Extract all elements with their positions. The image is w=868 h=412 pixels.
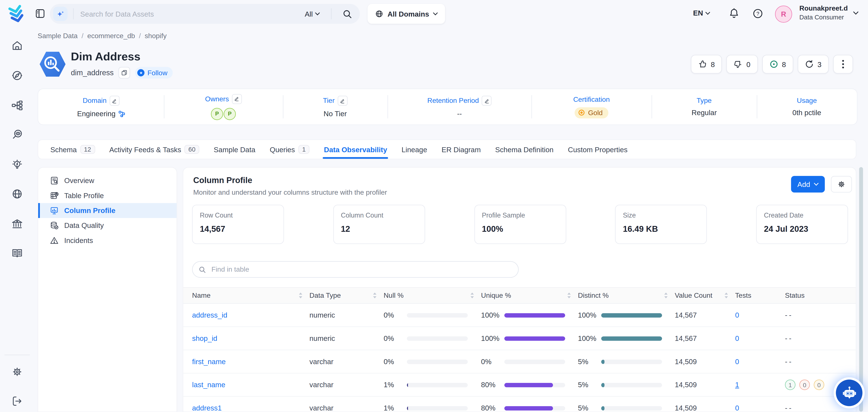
caret-sort-icon[interactable] <box>470 291 474 299</box>
profiler-settings-button[interactable] <box>831 176 852 193</box>
profiler-nav-column-profile[interactable]: Column Profile <box>38 203 177 218</box>
tab-sample-data[interactable]: Sample Data <box>214 140 255 159</box>
caret-sort-icon[interactable] <box>567 291 571 299</box>
tab-data-observability[interactable]: Data Observability <box>324 140 387 159</box>
find-in-table-input[interactable] <box>210 265 518 274</box>
find-in-table-search[interactable] <box>192 261 519 278</box>
column-name-link[interactable]: address1 <box>192 404 310 412</box>
profiler-nav-data-quality[interactable]: Data Quality <box>38 218 177 233</box>
globe-icon <box>375 9 383 18</box>
sidebar-item-govern[interactable] <box>11 218 23 230</box>
column-header-distinct-pct[interactable]: Distinct % <box>578 291 675 299</box>
breadcrumb-schema[interactable]: shopify <box>145 32 167 40</box>
pencil-icon <box>234 96 239 101</box>
sidebar-item-logout[interactable] <box>11 395 23 407</box>
follow-button[interactable]: ★ Follow <box>135 67 173 79</box>
owner-avatar[interactable]: P <box>224 107 236 120</box>
tab-count-badge: 12 <box>80 145 95 154</box>
tier-label-row[interactable]: Tier <box>323 96 347 106</box>
open-book-icon <box>11 247 23 259</box>
tab-schema-definition[interactable]: Schema Definition <box>495 140 554 159</box>
sidebar-item-observability[interactable] <box>11 129 23 140</box>
notifications-button[interactable] <box>728 8 739 20</box>
domain-label-row[interactable]: Domain <box>83 96 120 106</box>
column-header-null-pct[interactable]: Null % <box>383 291 481 299</box>
tab-queries[interactable]: Queries1 <box>270 140 310 159</box>
breadcrumb-service[interactable]: Sample Data <box>38 32 78 40</box>
column-header-value-count[interactable]: Value Count <box>675 291 735 299</box>
copy-button[interactable] <box>119 67 130 79</box>
page-scrollbar[interactable] <box>859 167 863 412</box>
version-count: 3 <box>817 60 822 68</box>
column-header-name[interactable]: Name <box>192 291 310 299</box>
unique-pct-cell: 80% <box>481 404 578 412</box>
search-submit-button[interactable] <box>343 9 352 19</box>
user-menu-button[interactable] <box>853 11 859 15</box>
caret-sort-icon[interactable] <box>664 291 668 299</box>
sidebar-item-domains[interactable] <box>11 188 23 200</box>
tab-schema[interactable]: Schema12 <box>51 140 95 159</box>
all-domains-dropdown[interactable]: All Domains <box>368 4 445 24</box>
add-button[interactable]: Add <box>791 176 825 193</box>
caret-sort-icon[interactable] <box>724 291 728 299</box>
global-search-bar[interactable]: All <box>50 4 360 24</box>
profiler-nav-table-profile[interactable]: Table Profile <box>38 188 177 203</box>
help-button[interactable]: ? <box>752 8 764 20</box>
profiler-nav-incidents[interactable]: Incidents <box>38 233 177 248</box>
tests-aborted-badge[interactable]: 0 <box>814 379 824 390</box>
sidebar-toggle-button[interactable] <box>35 9 45 18</box>
ai-sparkle-icon[interactable] <box>53 7 67 21</box>
edit-domain-button[interactable] <box>110 96 119 106</box>
column-header-unique-pct[interactable]: Unique % <box>481 291 578 299</box>
caret-sort-icon[interactable] <box>373 291 377 299</box>
openmetadata-logo[interactable] <box>7 4 27 24</box>
chat-assistant-button[interactable] <box>836 379 862 406</box>
edit-owners-button[interactable] <box>232 94 242 104</box>
domain-value[interactable]: Engineering <box>77 109 125 118</box>
sidebar-item-explore[interactable] <box>11 70 23 81</box>
upvote-button[interactable]: 8 <box>691 55 722 73</box>
sidebar-item-lineage[interactable] <box>11 100 23 111</box>
table-row: last_name varchar 1% 80% 5% 14,509 1 1 0… <box>183 373 856 397</box>
owner-avatar[interactable]: P <box>211 107 223 120</box>
column-name-link[interactable]: shop_id <box>192 334 310 342</box>
profiler-nav-overview[interactable]: Overview <box>38 173 177 188</box>
table-user-icon <box>50 191 59 200</box>
tab-lineage[interactable]: Lineage <box>401 140 427 159</box>
retention-label-row[interactable]: Retention Period <box>427 96 492 106</box>
tab-custom-properties[interactable]: Custom Properties <box>568 140 627 159</box>
tests-link[interactable]: 0 <box>735 357 785 366</box>
edit-retention-button[interactable] <box>482 96 492 106</box>
tests-link[interactable]: 1 <box>735 381 785 389</box>
tab-er-diagram[interactable]: ER Diagram <box>441 140 481 159</box>
version-button[interactable]: 3 <box>798 55 829 73</box>
breadcrumb-database[interactable]: ecommerce_db <box>87 32 135 40</box>
tests-passed-badge[interactable]: 1 <box>785 379 796 390</box>
tab-activity-feeds[interactable]: Activity Feeds & Tasks60 <box>110 140 199 159</box>
tests-failed-badge[interactable]: 0 <box>799 379 810 390</box>
tests-link[interactable]: 0 <box>735 334 785 342</box>
tests-link[interactable]: 0 <box>735 404 785 412</box>
user-avatar[interactable]: R <box>775 6 792 23</box>
sidebar-item-settings[interactable] <box>11 366 23 378</box>
column-name-link[interactable]: address_id <box>192 311 310 319</box>
sidebar-item-glossary[interactable] <box>11 247 23 259</box>
search-scope-dropdown[interactable]: All <box>305 10 320 18</box>
sidebar-item-insights[interactable] <box>11 159 23 170</box>
tests-link[interactable]: 0 <box>735 311 785 319</box>
owners-label-row[interactable]: Owners <box>205 94 242 104</box>
sidebar-item-home[interactable] <box>11 40 23 52</box>
column-header-data-type[interactable]: Data Type <box>310 291 384 299</box>
column-name-link[interactable]: first_name <box>192 357 310 366</box>
language-dropdown[interactable]: EN <box>693 9 710 17</box>
metadata-tier: Tier No Tier <box>283 89 388 124</box>
views-button[interactable]: 8 <box>762 55 793 73</box>
edit-tier-button[interactable] <box>337 96 347 106</box>
downvote-button[interactable]: 0 <box>726 55 757 73</box>
search-input[interactable] <box>79 9 305 19</box>
column-name-link[interactable]: last_name <box>192 381 310 389</box>
status-cell: -- <box>785 357 847 366</box>
stat-card-profile-sample: Profile Sample 100% <box>474 205 566 244</box>
caret-sort-icon[interactable] <box>298 291 303 299</box>
more-actions-button[interactable] <box>833 55 853 73</box>
